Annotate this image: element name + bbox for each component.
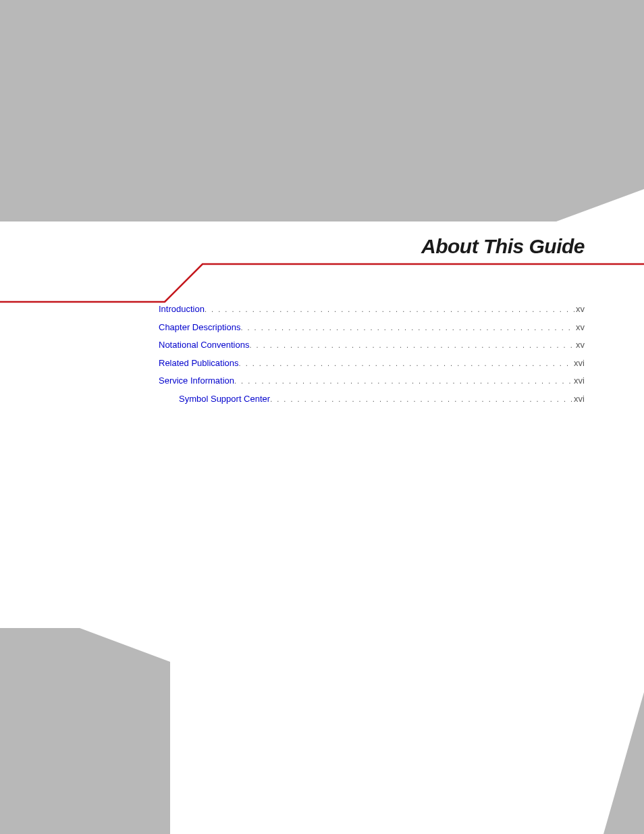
toc-entry: Chapter Descriptions . . . . . . . . . .… (159, 321, 585, 334)
toc-entry: Symbol Support Center . . . . . . . . . … (159, 392, 585, 406)
toc-page-number: xvi (572, 392, 585, 406)
toc-list: Introduction . . . . . . . . . . . . . .… (159, 303, 585, 410)
toc-leader-dots: . . . . . . . . . . . . . . . . . . . . … (249, 340, 574, 351)
bottom-left-grey-shape (0, 628, 170, 834)
toc-link[interactable]: Notational Conventions (159, 338, 249, 352)
toc-leader-dots: . . . . . . . . . . . . . . . . . . . . … (234, 375, 572, 387)
toc-link[interactable]: Symbol Support Center (179, 392, 270, 406)
toc-link[interactable]: Service Information (159, 374, 234, 388)
page-title: About This Guide (421, 235, 585, 258)
bottom-right-grey-shape (603, 692, 644, 834)
toc-leader-dots: . . . . . . . . . . . . . . . . . . . . … (239, 358, 573, 369)
page-title-container: About This Guide (421, 235, 585, 258)
toc-page-number: xv (574, 303, 585, 316)
toc-entry: Service Information . . . . . . . . . . … (159, 374, 585, 388)
svg-marker-0 (0, 628, 170, 834)
toc-link[interactable]: Related Publications (159, 357, 239, 370)
toc-leader-dots: . . . . . . . . . . . . . . . . . . . . … (240, 322, 574, 334)
toc-link[interactable]: Chapter Descriptions (159, 321, 240, 334)
top-grey-banner (0, 0, 644, 221)
toc-entry: Related Publications . . . . . . . . . .… (159, 357, 585, 370)
toc-entry: Notational Conventions . . . . . . . . .… (159, 338, 585, 352)
toc-page-number: xvi (572, 357, 585, 370)
toc-page-number: xv (574, 338, 585, 352)
toc-entry: Introduction . . . . . . . . . . . . . .… (159, 303, 585, 316)
toc-page-number: xv (574, 321, 585, 334)
toc-link[interactable]: Introduction (159, 303, 205, 316)
toc-page-number: xvi (572, 374, 585, 388)
toc-leader-dots: . . . . . . . . . . . . . . . . . . . . … (270, 394, 572, 405)
toc-leader-dots: . . . . . . . . . . . . . . . . . . . . … (205, 304, 574, 315)
svg-marker-1 (603, 692, 644, 834)
